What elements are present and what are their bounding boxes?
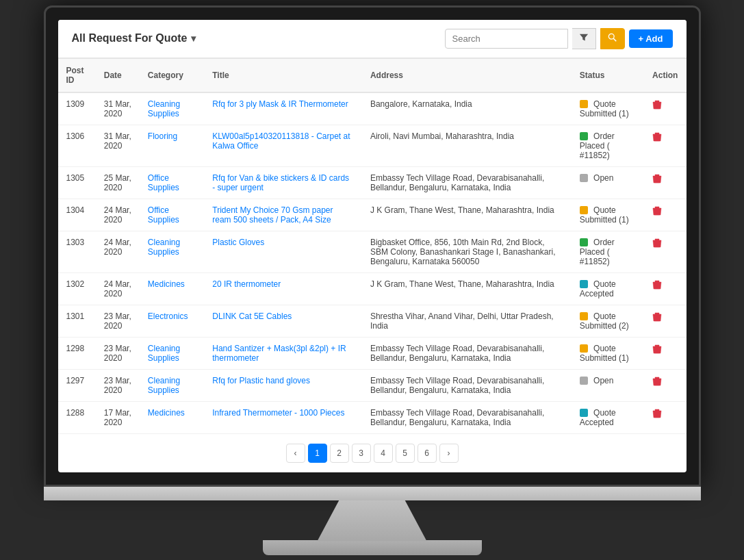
svg-rect-38 [653, 346, 661, 347]
next-page-button[interactable]: › [439, 444, 459, 463]
category-link[interactable]: Cleaning Supplies [148, 344, 180, 363]
status-dot [580, 132, 588, 140]
cell-status: Open [572, 369, 644, 401]
cell-address: Shrestha Vihar, Anand Vihar, Delhi, Utta… [362, 305, 572, 337]
category-link[interactable]: Medicines [148, 279, 185, 289]
svg-rect-7 [655, 133, 659, 134]
trash-icon [652, 279, 662, 290]
title-text: All Request For Quote [72, 32, 188, 44]
status-dot [580, 100, 588, 108]
title-link[interactable]: DLINK Cat 5E Cables [212, 311, 292, 321]
search-button[interactable] [600, 28, 625, 49]
category-link[interactable]: Medicines [148, 408, 185, 418]
svg-rect-43 [653, 379, 661, 379]
category-link[interactable]: Cleaning Supplies [148, 99, 180, 118]
category-link[interactable]: Cleaning Supplies [148, 376, 180, 395]
title-link[interactable]: Hand Santizer + Mask(3pl &2pl) + IR ther… [212, 344, 346, 363]
cell-date: 23 Mar, 2020 [96, 369, 140, 401]
delete-button[interactable] [652, 238, 662, 251]
cell-post-id: 1301 [58, 305, 96, 337]
category-link[interactable]: Office Supplies [148, 205, 179, 225]
cell-post-id: 1306 [58, 125, 96, 166]
cell-date: 31 Mar, 2020 [96, 92, 140, 125]
cell-title: 20 IR thermometer [204, 272, 362, 305]
delete-button[interactable] [652, 99, 662, 112]
category-link[interactable]: Cleaning Supplies [148, 238, 180, 257]
search-input[interactable] [445, 29, 568, 49]
cell-action [644, 166, 686, 199]
cell-category: Medicines [140, 272, 204, 305]
col-action: Action [644, 58, 686, 92]
delete-button[interactable] [652, 131, 662, 144]
col-category: Category [140, 58, 204, 92]
delete-button[interactable] [652, 205, 662, 218]
trash-icon [652, 408, 662, 419]
table-row: 1309 31 Mar, 2020 Cleaning Supplies Rfq … [58, 92, 687, 125]
cell-status: Quote Submitted (1) [572, 199, 644, 231]
table-header: Post ID Date Category Title Address Stat… [58, 58, 687, 92]
title-link[interactable]: Rfq for 3 ply Mask & IR Thermometer [212, 99, 348, 109]
cell-action [644, 369, 686, 401]
trash-icon [652, 99, 662, 110]
page-button-6[interactable]: 6 [418, 444, 437, 463]
cell-address: Bigbasket Office, 856, 10th Main Rd, 2nd… [362, 231, 572, 272]
status-dot [580, 238, 588, 246]
requests-table: Post ID Date Category Title Address Stat… [58, 58, 687, 434]
status-text: Open [593, 173, 613, 183]
page-button-2[interactable]: 2 [330, 444, 349, 463]
cell-post-id: 1304 [58, 199, 96, 231]
title-link[interactable]: KLW00al5p140320113818 - Carpet at Kalwa … [212, 131, 350, 151]
trash-icon [652, 344, 662, 355]
delete-button[interactable] [652, 408, 662, 421]
prev-page-button[interactable]: ‹ [286, 444, 305, 463]
svg-rect-28 [653, 282, 661, 283]
table-row: 1303 24 Mar, 2020 Cleaning Supplies Plas… [58, 231, 687, 272]
svg-point-0 [608, 34, 614, 39]
status-dot [580, 174, 588, 182]
svg-line-1 [613, 38, 616, 41]
title-link[interactable]: Infrared Thermometer - 1000 Pieces [212, 408, 344, 418]
cell-date: 24 Mar, 2020 [96, 199, 140, 231]
filter-button[interactable] [572, 28, 596, 49]
cell-category: Cleaning Supplies [140, 92, 204, 125]
title-link[interactable]: 20 IR thermometer [212, 279, 281, 289]
delete-button[interactable] [652, 173, 662, 186]
table-row: 1288 17 Mar, 2020 Medicines Infrared The… [58, 401, 687, 433]
table-row: 1298 23 Mar, 2020 Cleaning Supplies Hand… [58, 337, 687, 369]
category-link[interactable]: Flooring [148, 131, 177, 141]
category-link[interactable]: Office Supplies [148, 173, 179, 192]
delete-button[interactable] [652, 311, 662, 324]
trash-icon [652, 205, 662, 216]
delete-button[interactable] [652, 376, 662, 389]
cell-action [644, 337, 686, 369]
cell-title: KLW00al5p140320113818 - Carpet at Kalwa … [204, 125, 362, 166]
trash-icon [652, 376, 662, 387]
category-link[interactable]: Electronics [148, 311, 188, 321]
add-button[interactable]: + Add [629, 29, 673, 48]
title-link[interactable]: Plastic Gloves [212, 238, 264, 247]
page-button-4[interactable]: 4 [374, 444, 393, 463]
cell-address: Embassy Tech Village Road, Devarabisanah… [362, 166, 572, 199]
status-dot [580, 377, 588, 385]
title-link[interactable]: Rfq for Plastic hand gloves [212, 376, 310, 385]
title-link[interactable]: Rfq for Van & bike stickers & ID cards -… [212, 173, 349, 192]
delete-button[interactable] [652, 344, 662, 357]
svg-rect-33 [653, 314, 661, 315]
title-link[interactable]: Trident My Choice 70 Gsm paper ream 500 … [212, 205, 333, 225]
page-buttons: 123456 [308, 444, 437, 463]
cell-date: 23 Mar, 2020 [96, 305, 140, 337]
delete-button[interactable] [652, 279, 662, 292]
page-button-5[interactable]: 5 [396, 444, 415, 463]
cell-post-id: 1303 [58, 231, 96, 272]
cell-action [644, 305, 686, 337]
cell-status: Quote Accepted [572, 401, 644, 433]
cell-address: Embassy Tech Village Road, Devarabisanah… [362, 401, 572, 433]
cell-post-id: 1297 [58, 369, 96, 401]
cell-status: Open [572, 166, 644, 199]
dropdown-icon[interactable]: ▾ [191, 33, 196, 44]
page-button-3[interactable]: 3 [352, 444, 371, 463]
cell-date: 24 Mar, 2020 [96, 231, 140, 272]
page-button-1[interactable]: 1 [308, 444, 327, 463]
svg-rect-2 [655, 101, 659, 102]
cell-action [644, 199, 686, 231]
